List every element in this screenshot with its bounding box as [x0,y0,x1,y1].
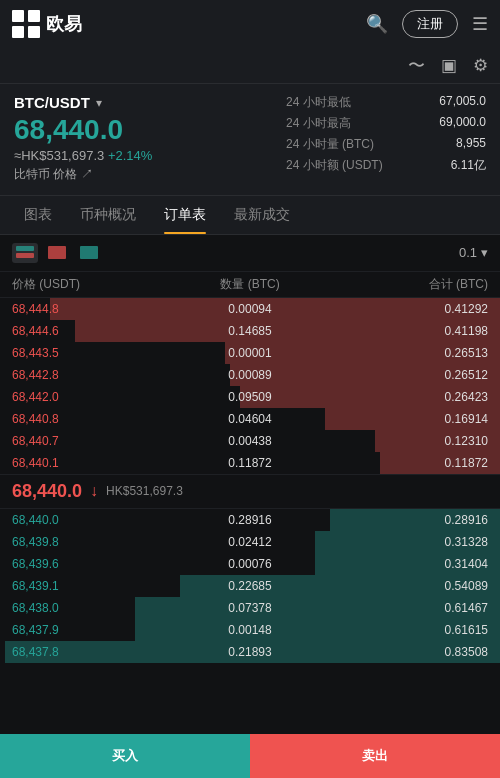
view-both-button[interactable] [12,243,38,263]
pair-dropdown-icon[interactable]: ▾ [96,96,102,110]
ask-row[interactable]: 68,440.80.046040.16914 [0,408,500,430]
ask-qty: 0.14685 [171,324,330,338]
bid-total: 0.28916 [329,513,488,527]
ask-row[interactable]: 68,440.70.004380.12310 [0,430,500,452]
ask-total: 0.16914 [329,412,488,426]
register-button[interactable]: 注册 [402,10,458,38]
ask-price: 68,444.8 [12,302,171,316]
precision-dropdown-icon: ▾ [481,245,488,260]
svg-rect-3 [28,26,40,38]
bid-row[interactable]: 68,439.60.000760.31404 [0,553,500,575]
stat-label: 24 小时最低 [286,94,351,111]
bid-price: 68,439.8 [12,535,171,549]
tab-币种概况[interactable]: 币种概况 [66,196,150,234]
ask-qty: 0.11872 [171,456,330,470]
ticker-pair: BTC/USDT ▾ [14,94,152,111]
col-total: 合计 (BTC) [329,276,488,293]
svg-rect-5 [16,253,34,258]
ask-qty: 0.00089 [171,368,330,382]
current-price-direction-icon: ↓ [90,482,98,500]
stat-row: 24 小时额 (USDT)6.11亿 [286,157,486,174]
view-sell-button[interactable] [44,243,70,263]
ticker-price: 68,440.0 [14,115,152,146]
col-qty: 数量 (BTC) [171,276,330,293]
bid-price: 68,438.0 [12,601,171,615]
ticker-top: BTC/USDT ▾ 68,440.0 ≈HK$531,697.3 +2.14%… [14,94,486,183]
view-switcher: 0.1 ▾ [0,235,500,272]
ticker-link[interactable]: 比特币 价格 ↗ [14,166,152,183]
bid-qty: 0.00076 [171,557,330,571]
stat-label: 24 小时额 (USDT) [286,157,383,174]
tab-订单表[interactable]: 订单表 [150,196,220,234]
tab-图表[interactable]: 图表 [10,196,66,234]
stat-value: 6.11亿 [451,157,486,174]
stat-label: 24 小时量 (BTC) [286,136,374,153]
ask-qty: 0.00438 [171,434,330,448]
bid-qty: 0.28916 [171,513,330,527]
stat-value: 69,000.0 [439,115,486,132]
svg-rect-4 [16,246,34,251]
ask-row[interactable]: 68,444.80.000940.41292 [0,298,500,320]
view-icons [12,243,102,263]
stat-value: 8,955 [456,136,486,153]
bid-price: 68,439.6 [12,557,171,571]
ask-qty: 0.00094 [171,302,330,316]
ticker-left: BTC/USDT ▾ 68,440.0 ≈HK$531,697.3 +2.14%… [14,94,152,183]
ask-row[interactable]: 68,444.60.146850.41198 [0,320,500,342]
tab-最新成交[interactable]: 最新成交 [220,196,304,234]
bid-qty: 0.22685 [171,579,330,593]
buy-button[interactable]: 买入 [0,734,250,778]
ask-row[interactable]: 68,443.50.000010.26513 [0,342,500,364]
search-icon[interactable]: 🔍 [366,13,388,35]
svg-rect-0 [12,10,24,22]
current-price-row: 68,440.0 ↓ HK$531,697.3 [0,474,500,509]
logo-text: 欧易 [46,12,82,36]
ask-row[interactable]: 68,440.10.118720.11872 [0,452,500,474]
current-price-value: 68,440.0 [12,481,82,502]
menu-icon[interactable]: ☰ [472,13,488,35]
settings-icon[interactable]: ⚙ [473,55,488,76]
tabs-bar: 图表币种概况订单表最新成交 [0,196,500,235]
ask-total: 0.26513 [329,346,488,360]
bid-row[interactable]: 68,440.00.289160.28916 [0,509,500,531]
svg-rect-7 [80,246,98,259]
bid-row[interactable]: 68,439.10.226850.54089 [0,575,500,597]
asks-list: 68,444.80.000940.4129268,444.60.146850.4… [0,298,500,474]
ask-price: 68,444.6 [12,324,171,338]
svg-rect-2 [12,26,24,38]
card-icon[interactable]: ▣ [441,55,457,76]
ask-price: 68,440.8 [12,412,171,426]
ask-price: 68,442.0 [12,390,171,404]
ask-row[interactable]: 68,442.80.000890.26512 [0,364,500,386]
ask-qty: 0.00001 [171,346,330,360]
precision-selector[interactable]: 0.1 ▾ [459,245,488,260]
bid-total: 0.83508 [329,645,488,659]
bid-row[interactable]: 68,439.80.024120.31328 [0,531,500,553]
ask-total: 0.41292 [329,302,488,316]
bid-row[interactable]: 68,438.00.073780.61467 [0,597,500,619]
col-price: 价格 (USDT) [12,276,171,293]
ask-total: 0.26423 [329,390,488,404]
stat-row: 24 小时量 (BTC)8,955 [286,136,486,153]
stat-value: 67,005.0 [439,94,486,111]
bid-row[interactable]: 68,437.90.001480.61615 [0,619,500,641]
bids-list: 68,440.00.289160.2891668,439.80.024120.3… [0,509,500,663]
bid-total: 0.61615 [329,623,488,637]
ask-total: 0.41198 [329,324,488,338]
logo-icon [12,10,40,38]
ticker-stats: 24 小时最低67,005.024 小时最高69,000.024 小时量 (BT… [286,94,486,174]
ask-row[interactable]: 68,442.00.095090.26423 [0,386,500,408]
chart-line-icon[interactable]: 〜 [408,54,425,77]
stat-row: 24 小时最高69,000.0 [286,115,486,132]
ask-qty: 0.04604 [171,412,330,426]
stat-row: 24 小时最低67,005.0 [286,94,486,111]
bid-row[interactable]: 68,437.80.218930.83508 [0,641,500,663]
bid-total: 0.61467 [329,601,488,615]
ask-qty: 0.09509 [171,390,330,404]
ask-price: 68,443.5 [12,346,171,360]
view-buy-button[interactable] [76,243,102,263]
sell-button[interactable]: 卖出 [250,734,500,778]
pair-name: BTC/USDT [14,94,90,111]
logo-area: 欧易 [12,10,82,38]
bid-price: 68,439.1 [12,579,171,593]
